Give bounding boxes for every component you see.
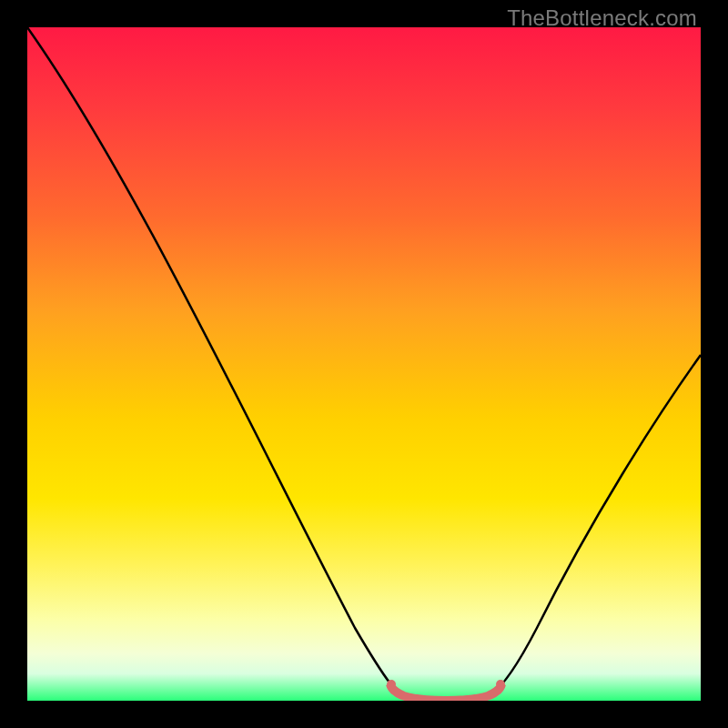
bottleneck-curve-path [27,27,701,699]
target-zone-marker [389,684,502,701]
outer-frame: TheBottleneck.com [0,0,728,728]
curve-layer [27,27,701,701]
plot-area [27,27,701,701]
target-zone-dot-left [387,680,396,689]
target-zone-dot-right [496,680,505,689]
